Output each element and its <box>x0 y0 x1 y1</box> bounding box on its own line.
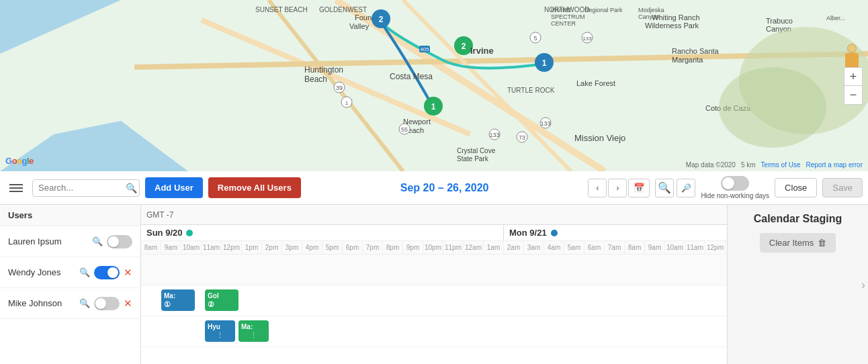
svg-text:1: 1 <box>345 100 349 106</box>
user-name: Wendy Jones <box>8 267 75 277</box>
svg-text:Irvine: Irvine <box>470 46 494 56</box>
svg-text:1: 1 <box>431 102 436 111</box>
svg-point-48 <box>399 124 410 134</box>
map-zoom-out-button[interactable]: − <box>844 86 863 105</box>
map-zoom-in-button[interactable]: + <box>844 67 863 86</box>
svg-text:TURTLE ROCK: TURTLE ROCK <box>507 87 555 94</box>
svg-text:Trabuco: Trabuco <box>766 17 793 25</box>
toolbar: 🔍 Add User Remove All Users Sep 20 – 26,… <box>0 171 868 205</box>
svg-point-52 <box>341 97 352 107</box>
svg-line-5 <box>336 0 605 171</box>
svg-text:SPECTRUM: SPECTRUM <box>551 13 585 20</box>
hide-non-working-label: Hide non-working days <box>701 192 769 199</box>
svg-text:2: 2 <box>379 15 384 24</box>
map-area: 2 2 1 1 SUNSET BEACH GOLDENWEST NORTHWOO… <box>0 0 868 171</box>
sidebar-expand-chevron[interactable]: › <box>861 277 865 291</box>
hamburger-menu-button[interactable] <box>5 183 27 193</box>
svg-point-56 <box>540 118 551 128</box>
user-search-icon[interactable]: 🔍 <box>79 267 90 277</box>
remove-all-users-button[interactable]: Remove All Users <box>208 177 301 198</box>
right-sidebar: Calendar Staging Clear Items 🗑 › <box>727 205 868 364</box>
user-toggle[interactable] <box>94 266 120 279</box>
nav-arrows: ‹ › 📅 <box>588 179 650 197</box>
svg-point-8 <box>372 9 390 28</box>
zoom-out-button[interactable]: 🔎 <box>677 179 695 197</box>
hide-non-working-toggle[interactable] <box>721 176 749 191</box>
event-chip[interactable]: Hyu ⋮ <box>205 320 235 342</box>
zoom-controls: 🔍 🔎 <box>655 179 695 197</box>
svg-text:Canyon: Canyon <box>766 25 791 33</box>
save-button[interactable]: Save <box>822 178 863 197</box>
svg-point-12 <box>424 97 443 116</box>
next-period-button[interactable]: › <box>608 179 627 197</box>
user-search-icon[interactable]: 🔍 <box>92 236 103 246</box>
svg-text:55: 55 <box>401 126 408 133</box>
search-icon: 🔍 <box>126 183 137 193</box>
svg-text:Mission Viejo: Mission Viejo <box>574 133 625 143</box>
zoom-in-button[interactable]: 🔍 <box>655 179 674 197</box>
svg-rect-0 <box>0 0 868 171</box>
svg-point-58 <box>517 132 527 142</box>
map-zoom-controls: + − <box>844 67 863 105</box>
svg-point-60 <box>582 32 593 43</box>
map-info-bar: Map data ©2020 5 km Terms of Use Report … <box>686 161 863 169</box>
svg-text:CENTER: CENTER <box>551 20 576 27</box>
user-delete-icon[interactable]: ✕ <box>124 298 132 310</box>
gmt-label: GMT -7 <box>141 205 727 225</box>
day-label-sun: Sun 9/20 <box>146 228 182 238</box>
svg-text:73: 73 <box>519 134 525 141</box>
svg-text:Huntington: Huntington <box>304 65 343 75</box>
svg-text:Margarita: Margarita <box>672 56 703 64</box>
svg-text:Newport: Newport <box>403 118 431 126</box>
svg-line-6 <box>134 54 868 67</box>
svg-point-65 <box>719 67 826 148</box>
date-range-label: Sep 20 – 26, 2020 <box>306 182 583 194</box>
clear-items-button[interactable]: Clear Items 🗑 <box>760 233 836 253</box>
user-panel: Users Lauren Ipsum 🔍 Wendy Jones 🔍 ✕ Mik… <box>0 205 141 364</box>
user-delete-icon[interactable]: ✕ <box>124 267 132 279</box>
user-toggle[interactable] <box>107 235 132 248</box>
svg-text:Foun-: Foun- <box>355 13 374 21</box>
svg-text:Coto de Caza: Coto de Caza <box>705 104 751 112</box>
svg-point-54 <box>530 32 541 43</box>
svg-text:Modjeska: Modjeska <box>638 7 664 13</box>
add-user-button[interactable]: Add User <box>145 177 203 198</box>
svg-text:133: 133 <box>582 36 592 42</box>
terms-link[interactable]: Terms of Use <box>761 161 801 169</box>
google-logo: Google <box>5 156 34 166</box>
svg-line-3 <box>202 20 470 134</box>
user-toggle[interactable] <box>94 297 120 310</box>
svg-point-10 <box>454 36 473 55</box>
calendar-row-wendy: Ma: ① Gol ② Pac ① 🚗 <box>141 285 727 316</box>
user-search-icon[interactable]: 🔍 <box>79 298 90 308</box>
svg-text:39: 39 <box>336 85 343 91</box>
svg-text:Costa Mesa: Costa Mesa <box>390 72 433 81</box>
svg-text:1: 1 <box>542 58 547 68</box>
event-chip[interactable]: Ma: ① <box>161 289 195 311</box>
svg-line-7 <box>403 0 571 171</box>
svg-marker-1 <box>0 0 121 54</box>
event-chip[interactable]: Gol ② <box>205 289 238 311</box>
svg-text:Wilderness Park: Wilderness Park <box>645 21 699 30</box>
svg-text:Beach: Beach <box>304 75 327 84</box>
users-header: Users <box>0 205 140 226</box>
svg-line-4 <box>269 0 403 171</box>
search-input[interactable] <box>38 183 126 193</box>
sidebar-title: Calendar Staging <box>754 213 842 225</box>
svg-text:Valley: Valley <box>349 22 370 30</box>
close-button[interactable]: Close <box>775 178 817 197</box>
prev-period-button[interactable]: ‹ <box>588 179 607 197</box>
svg-text:Regional Park: Regional Park <box>584 7 623 13</box>
calendar-row-lauren: // Will be generated below <box>141 255 727 285</box>
street-view-person[interactable] <box>842 44 861 69</box>
calendar-picker-button[interactable]: 📅 <box>628 179 650 197</box>
svg-point-14 <box>535 53 554 72</box>
svg-point-46 <box>334 82 345 93</box>
user-row: Lauren Ipsum 🔍 <box>0 226 140 257</box>
svg-text:NORTHWOOD: NORTHWOOD <box>544 6 590 13</box>
calendar-row-mike: Hyu ⋮ Ma: ⋮ <box>141 316 727 347</box>
event-chip[interactable]: Ma: ⋮ <box>238 320 269 342</box>
svg-text:133: 133 <box>540 120 550 127</box>
svg-text:5: 5 <box>533 35 537 42</box>
svg-point-62 <box>489 129 500 140</box>
